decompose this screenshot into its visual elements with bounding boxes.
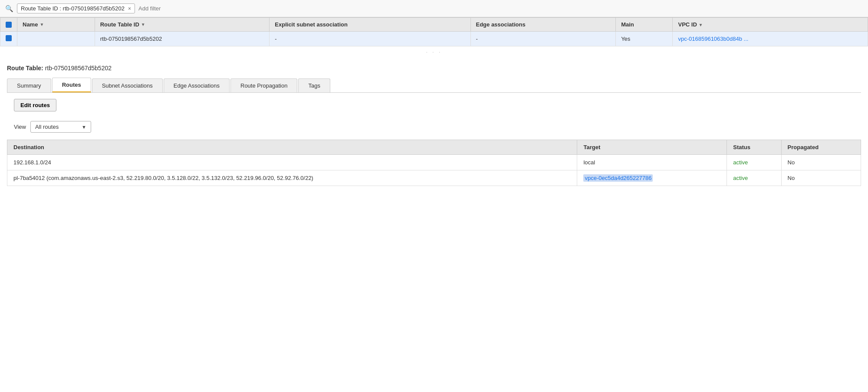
search-icon: 🔍: [5, 5, 13, 13]
row-vpc-id[interactable]: vpc-01685961063b0d84b ...: [673, 32, 868, 46]
route-target-link-1[interactable]: vpce-0ec5da4d265227786: [583, 174, 653, 182]
route-target-1[interactable]: vpce-0ec5da4d265227786: [577, 170, 727, 186]
row-route-table-id: rtb-0750198567d5b5202: [95, 32, 270, 46]
tab-routes[interactable]: Routes: [52, 78, 91, 92]
row-explicit-subnet: -: [270, 32, 470, 46]
col-edge-assoc-label: Edge associations: [476, 21, 526, 28]
route-table-label: Route Table: rtb-0750198567d5b5202: [7, 65, 861, 72]
filter-tag[interactable]: Route Table ID : rtb-0750198567d5b5202 ×: [17, 3, 135, 13]
view-select-value: All routes: [35, 124, 59, 130]
col-name-label: Name: [23, 21, 38, 28]
tab-summary[interactable]: Summary: [7, 78, 51, 92]
edit-routes-button[interactable]: Edit routes: [14, 99, 56, 111]
col-header-checkbox[interactable]: [0, 18, 17, 32]
row-name: [17, 32, 95, 46]
add-filter-input[interactable]: Add filter: [138, 5, 161, 12]
route-status-1: active: [727, 170, 781, 186]
route-status-0: active: [727, 155, 781, 170]
filter-tag-text: Route Table ID : rtb-0750198567d5b5202: [21, 5, 125, 12]
route-table-detail-id: rtb-0750198567d5b5202: [45, 65, 112, 72]
col-vpc-id-label: VPC ID: [678, 21, 697, 28]
row-checkbox[interactable]: [6, 35, 12, 41]
col-header-name[interactable]: Name ▼: [17, 18, 95, 32]
col-explicit-subnet-label: Explicit subnet association: [275, 21, 348, 28]
col-route-table-id-label: Route Table ID: [100, 21, 139, 28]
tab-tags[interactable]: Tags: [298, 78, 330, 92]
routes-toolbar: Edit routes: [7, 93, 861, 118]
col-header-main: Main: [616, 18, 673, 32]
route-row-0: 192.168.1.0/24 local active No: [7, 155, 861, 170]
route-target-0: local: [577, 155, 727, 170]
routes-col-header-destination: Destination: [7, 140, 577, 155]
col-main-label: Main: [621, 21, 634, 28]
routes-col-header-target: Target: [577, 140, 727, 155]
col-header-edge-assoc: Edge associations: [470, 18, 616, 32]
row-edge-assoc: -: [470, 32, 616, 46]
route-status-badge-1: active: [733, 175, 748, 181]
routes-table: Destination Target Status Propagated 192…: [7, 140, 861, 186]
row-main: Yes: [616, 32, 673, 46]
select-all-checkbox[interactable]: [6, 22, 12, 28]
name-sort-icon: ▼: [39, 22, 44, 27]
col-header-vpc-id: VPC ID ▼: [673, 18, 868, 32]
route-row-1: pl-7ba54012 (com.amazonaws.us-east-2.s3,…: [7, 170, 861, 186]
tab-route-propagation[interactable]: Route Propagation: [230, 78, 297, 92]
search-bar: 🔍 Route Table ID : rtb-0750198567d5b5202…: [0, 0, 868, 17]
table-row[interactable]: rtb-0750198567d5b5202 - - Yes vpc-016859…: [0, 32, 868, 46]
route-destination-0: 192.168.1.0/24: [7, 155, 577, 170]
route-propagated-0: No: [781, 155, 861, 170]
vpc-id-sort-icon: ▼: [698, 23, 703, 27]
view-row: View All routes ▼: [7, 118, 861, 140]
routes-col-header-propagated: Propagated: [781, 140, 861, 155]
col-header-route-table-id[interactable]: Route Table ID ▼: [95, 18, 270, 32]
tabs-row: Summary Routes Subnet Associations Edge …: [7, 78, 861, 93]
tab-edge-associations[interactable]: Edge Associations: [164, 78, 230, 92]
filter-tag-close[interactable]: ×: [128, 6, 131, 12]
route-status-badge-0: active: [733, 159, 748, 166]
view-select-arrow: ▼: [82, 124, 86, 130]
route-destination-1: pl-7ba54012 (com.amazonaws.us-east-2.s3,…: [7, 170, 577, 186]
vpc-id-link[interactable]: vpc-01685961063b0d84b ...: [678, 36, 748, 42]
view-select-dropdown[interactable]: All routes ▼: [30, 121, 91, 133]
detail-section: Route Table: rtb-0750198567d5b5202 Summa…: [0, 58, 868, 186]
route-table-id-sort-icon: ▼: [141, 22, 145, 27]
col-header-explicit-subnet: Explicit subnet association: [270, 18, 470, 32]
routes-col-header-status: Status: [727, 140, 781, 155]
route-tables-table: Name ▼ Route Table ID ▼ Explicit subnet …: [0, 17, 868, 46]
route-propagated-1: No: [781, 170, 861, 186]
view-label: View: [14, 124, 26, 130]
row-checkbox-cell[interactable]: [0, 32, 17, 46]
resize-handle: · · ·: [0, 46, 868, 58]
tab-subnet-associations[interactable]: Subnet Associations: [92, 78, 163, 92]
